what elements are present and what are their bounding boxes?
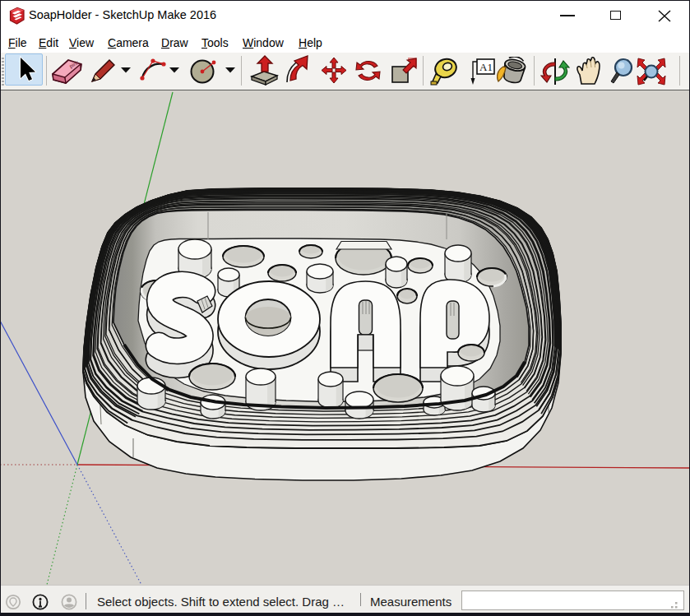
svg-text:A1: A1 — [479, 61, 493, 73]
